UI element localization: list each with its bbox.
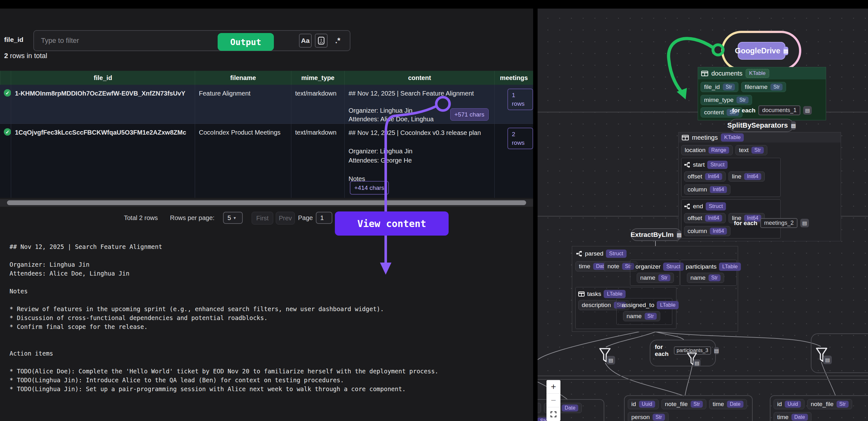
meetings-rows-badge[interactable]: 2 rows (507, 128, 533, 149)
filter-icon-group: Aa .* (299, 34, 345, 47)
group-boundary-line (537, 376, 868, 376)
table-header-row: file_id filename mime_type content meeti… (0, 71, 533, 85)
foreach-scope-box[interactable]: documents_1 (758, 105, 800, 115)
document-icon: ▤ (693, 359, 701, 367)
zoom-out-button[interactable]: − (547, 394, 560, 407)
page-label: Page (298, 212, 313, 224)
zoom-controls: + − (547, 380, 560, 421)
struct-kind-badge: Struct (606, 250, 626, 258)
output-annotation-button[interactable]: Output (218, 33, 274, 51)
header-content[interactable]: content (344, 71, 494, 85)
content-preview-text: ## Nov 12, 2025 | Search Feature Alignme… (9, 242, 438, 393)
rows-per-page-value: 5 (227, 214, 231, 222)
table-name: participants (686, 263, 716, 270)
field-chip: columnInt64 (684, 185, 731, 195)
document-icon: ▤ (800, 219, 809, 227)
rows-total-summary: 2 rows in total (4, 52, 47, 60)
header-filename[interactable]: filename (195, 71, 291, 85)
node-google-drive[interactable]: GoogleDrive ▤ (738, 42, 785, 60)
row-selected-check-icon[interactable]: ✓ (4, 89, 11, 97)
header-file-id[interactable]: file_id (11, 71, 195, 85)
foreach-meetings-label: for each meetings_2 ▤ (734, 218, 809, 228)
document-icon: ▤ (714, 347, 719, 354)
rows-per-page-label: Rows per page: (170, 212, 214, 224)
fit-view-button[interactable] (547, 407, 560, 421)
table-group-participants: participants LTable nameStr (680, 260, 737, 286)
cell-filename: CocoIndex Product Meetings (195, 124, 291, 198)
match-whole-word-icon[interactable] (315, 34, 328, 47)
collector-node[interactable]: idUuid note_fileStr timeDate description… (770, 395, 868, 421)
node-extract-by-llm[interactable]: ExtractByLlm ▤ (631, 228, 682, 241)
rows-per-page-select[interactable]: 5 ▾ (223, 212, 243, 224)
content-title: ## Nov 12, 2025 | CocoIndex v0.3 release… (348, 128, 491, 137)
more-chars-badge[interactable]: +571 chars (450, 108, 489, 121)
table-kind-badge: KTable (746, 69, 769, 78)
field-chip: personStr (628, 412, 669, 421)
filter-funnel-icon[interactable]: ▤ (599, 348, 612, 365)
document-icon: ▤ (823, 356, 832, 364)
field-chip: filenameStr (741, 82, 786, 92)
content-title: ## Nov 12, 2025 | Search Feature Alignme… (348, 89, 491, 98)
struct-icon (684, 162, 690, 168)
struct-kind-badge: Struct (706, 202, 726, 210)
match-case-icon[interactable]: Aa (299, 34, 312, 47)
page-number-input[interactable]: 1 (316, 212, 332, 224)
filter-funnel-icon[interactable]: ▤ (815, 347, 829, 365)
field-chip: timeDate (774, 412, 811, 421)
view-content-annotation-button[interactable]: View content (335, 212, 448, 235)
struct-icon (684, 203, 690, 209)
foreach-participants-group[interactable]: for each participants_3 ▤ ▤ (650, 340, 716, 366)
rows-total-count: 2 (4, 52, 8, 60)
field-chip: nameStr (637, 273, 674, 283)
table-row[interactable]: ✓ 1-KHMOInm8rpMDDIOh7OcZEwfW-E0VB_XnfZN7… (0, 85, 533, 124)
regex-icon[interactable]: .* (331, 34, 345, 47)
struct-node-parsed[interactable]: parsed Struct timeDate noteStr organizer… (572, 246, 738, 332)
table-name: assigned_to (622, 302, 654, 309)
row-selected-check-icon[interactable]: ✓ (4, 128, 11, 136)
table-kind-badge: LTable (657, 301, 679, 309)
table-kind-badge: KTable (721, 133, 744, 141)
header-mime-type[interactable]: mime_type (291, 71, 344, 85)
first-page-button[interactable]: First (252, 212, 273, 224)
cell-file-id: 1-KHMOInm8rpMDDIOh7OcZEwfW-E0VB_XnfZN73f… (11, 85, 195, 124)
field-chip: offsetInt64 (684, 171, 726, 182)
content-organizer: Organizer: Linghua Jin (348, 147, 491, 156)
field-chip: Str (537, 403, 541, 413)
field-chip: idUuid (628, 399, 659, 409)
cell-filename: Feature Alignment (195, 85, 291, 124)
node-label: SplitBySeparators (727, 121, 788, 130)
screenshot-stage: file_id Type to filter Aa .* 2 rows in t… (0, 0, 868, 421)
cell-mime-type: text/markdown (291, 85, 344, 124)
content-attendees: Attendees: George He (348, 156, 491, 165)
more-chars-badge[interactable]: +414 chars (350, 181, 389, 195)
node-split-by-separators[interactable]: SplitBySeparators ▤ (730, 119, 794, 132)
field-chip: lineInt64 (728, 171, 765, 182)
table-row[interactable]: ✓ 1CqOjvgfFec3kLccSccFBCKWfqaU5O3FM1e2AZ… (0, 124, 533, 198)
document-icon: ▤ (803, 106, 812, 115)
table-group-assigned-to: assigned_to LTable nameStr (616, 298, 672, 325)
foreach-documents-label: for each documents_1 ▤ (732, 105, 812, 115)
zoom-in-button[interactable]: + (547, 380, 560, 394)
prev-page-button[interactable]: Prev (276, 212, 295, 224)
table-title: meetings (692, 134, 718, 141)
document-icon: ▤ (677, 230, 682, 239)
struct-name: organizer (636, 263, 660, 270)
foreach-group-right[interactable]: ▤ (811, 333, 868, 373)
struct-group-start: start Struct offsetInt64 lineInt64 colum… (681, 158, 781, 197)
filter-input[interactable]: Type to filter Aa .* (33, 30, 350, 51)
field-chip: nameStr (687, 273, 724, 283)
group-boundary-line (537, 379, 868, 380)
field-chip: nameStr (623, 311, 660, 321)
filter-funnel-icon[interactable]: ▤ (687, 352, 698, 368)
collector-node[interactable]: idUuid note_fileStr timeDate personStr i… (624, 395, 753, 421)
output-panel: file_id Type to filter Aa .* 2 rows in t… (0, 8, 533, 421)
foreach-scope-box[interactable]: meetings_2 (760, 218, 798, 228)
meetings-rows-badge[interactable]: 1 rows (507, 89, 533, 110)
horizontal-scrollbar-thumb[interactable] (7, 200, 526, 205)
horizontal-scrollbar-track[interactable] (0, 199, 533, 207)
struct-group-organizer: organizer Struct nameStr (630, 260, 680, 286)
header-meetings[interactable]: meetings (494, 71, 533, 85)
field-chip: mime_typeStr (701, 95, 752, 105)
table-name: tasks (587, 291, 601, 297)
output-table: file_id filename mime_type content meeti… (0, 71, 533, 198)
